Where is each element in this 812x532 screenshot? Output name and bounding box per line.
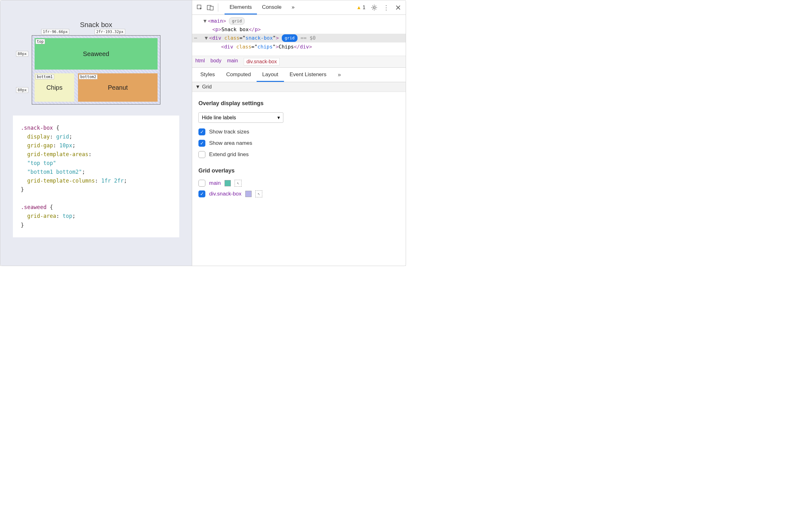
checkbox-area-names[interactable]: ✓: [199, 140, 205, 147]
checkbox-track-sizes[interactable]: ✓: [199, 128, 205, 135]
ltab-more[interactable]: »: [335, 68, 344, 82]
opt-extend-lines[interactable]: Extend grid lines: [199, 151, 400, 158]
area-label-bottom1: bottom1: [35, 74, 54, 79]
warning-icon: ▲: [356, 5, 361, 10]
code-pane: .snack-box { display: grid; grid-gap: 10…: [13, 115, 179, 237]
cell-seaweed-text: Seaweed: [83, 51, 109, 58]
ltab-layout[interactable]: Layout: [257, 68, 284, 82]
overlay-main-check[interactable]: [199, 180, 205, 187]
toolbar-sep: [218, 3, 218, 12]
breadcrumb: html body main div.snack-box: [192, 56, 406, 68]
warnings-badge[interactable]: ▲ 1: [356, 5, 365, 10]
dom-chips[interactable]: <div class="chips">Chips</div>: [203, 42, 406, 51]
device-toggle-icon[interactable]: [206, 3, 215, 12]
col-label-2: 2fr·193.32px: [95, 29, 125, 34]
lower-tabs: Styles Computed Layout Event Listeners »: [192, 68, 406, 82]
kebab-menu-icon[interactable]: ⋮: [383, 4, 389, 11]
overlay-snack-check[interactable]: ✓: [199, 191, 205, 197]
grid-section-head[interactable]: ▼ Grid: [192, 82, 406, 92]
row-label-1: 80px: [16, 51, 28, 57]
ltab-computed[interactable]: Computed: [220, 68, 256, 82]
close-icon[interactable]: [394, 3, 403, 12]
bc-main[interactable]: main: [227, 58, 238, 66]
overlay-main-name[interactable]: main: [209, 180, 221, 186]
devtools-pane: Elements Console » ▲ 1 ⋮ ▼<main> grid: [192, 0, 406, 266]
tab-console[interactable]: Console: [257, 1, 287, 14]
checkbox-extend-lines[interactable]: [199, 151, 205, 158]
gear-icon[interactable]: [370, 3, 379, 12]
dom-tree[interactable]: ▼<main> grid <p>Snack box</p> ▼<div clas…: [192, 15, 406, 56]
tab-elements[interactable]: Elements: [224, 1, 257, 14]
grid-overlays-heading: Grid overlays: [199, 167, 400, 174]
select-value: Hide line labels: [202, 115, 236, 121]
cell-chips: bottom1 Chips: [34, 73, 74, 102]
caret-down-icon: ▼: [195, 84, 200, 90]
cell-chips-text: Chips: [46, 84, 62, 91]
opt-area-names-label: Show area names: [209, 140, 252, 146]
overlay-main-highlight-icon[interactable]: ↖: [235, 180, 242, 187]
grid-badge-snack[interactable]: grid: [282, 34, 297, 42]
overlay-snack-swatch[interactable]: [245, 191, 251, 197]
col-label-1: 1fr·96.66px: [41, 29, 69, 34]
overlay-snack-highlight-icon[interactable]: ↖: [255, 191, 262, 197]
area-label-top: top: [35, 39, 45, 44]
dom-p[interactable]: <p>Snack box</p>: [203, 25, 406, 34]
dom-main[interactable]: ▼<main> grid: [203, 17, 406, 25]
cell-seaweed: top Seaweed: [34, 38, 158, 70]
inspect-icon[interactable]: [195, 3, 204, 12]
warning-count: 1: [363, 5, 365, 10]
grid-badge-main[interactable]: grid: [229, 17, 244, 25]
lower-panel: Styles Computed Layout Event Listeners »…: [192, 68, 406, 266]
opt-area-names[interactable]: ✓ Show area names: [199, 140, 400, 147]
line-labels-select[interactable]: Hide line labels ▾: [199, 112, 284, 123]
chevron-down-icon: ▾: [277, 115, 280, 121]
bc-html[interactable]: html: [195, 58, 205, 66]
area-label-bottom2: bottom2: [79, 74, 98, 79]
bc-snack-box[interactable]: div.snack-box: [244, 58, 280, 66]
ltab-event-listeners[interactable]: Event Listeners: [284, 68, 332, 82]
overlay-snack-box: ✓ div.snack-box ↖: [199, 191, 400, 197]
grid-section-title: Grid: [202, 84, 212, 90]
row-label-2: 80px: [16, 87, 28, 93]
opt-extend-lines-label: Extend grid lines: [209, 151, 249, 158]
grid-wrap: 1fr·96.66px 2fr·193.32px 80px 80px top S…: [32, 35, 160, 104]
overlay-snack-name[interactable]: div.snack-box: [209, 191, 242, 197]
cell-peanut-text: Peanut: [108, 84, 128, 91]
svg-point-3: [373, 6, 375, 9]
preview-title: Snack box: [13, 21, 179, 29]
overlay-main: main ↖: [199, 180, 400, 187]
cell-peanut: bottom2 Peanut: [78, 73, 158, 102]
app-root: Snack box 1fr·96.66px 2fr·193.32px 80px …: [0, 0, 406, 266]
tab-more[interactable]: »: [287, 1, 300, 14]
snack-box-grid: top Seaweed bottom1 Chips bottom2 Peanut: [32, 35, 160, 104]
opt-track-sizes[interactable]: ✓ Show track sizes: [199, 128, 400, 135]
overlay-main-swatch[interactable]: [224, 180, 231, 186]
ltab-styles[interactable]: Styles: [195, 68, 220, 82]
dom-snack-box[interactable]: ▼<div class="snack-box"> grid== $0: [192, 34, 406, 42]
bc-body[interactable]: body: [211, 58, 221, 66]
overlay-settings-heading: Overlay display settings: [199, 100, 400, 107]
svg-rect-2: [210, 6, 213, 10]
opt-track-sizes-label: Show track sizes: [209, 129, 249, 135]
devtools-toolbar: Elements Console » ▲ 1 ⋮: [192, 0, 406, 15]
layout-body: Overlay display settings Hide line label…: [192, 92, 406, 266]
preview-pane: Snack box 1fr·96.66px 2fr·193.32px 80px …: [0, 0, 192, 266]
